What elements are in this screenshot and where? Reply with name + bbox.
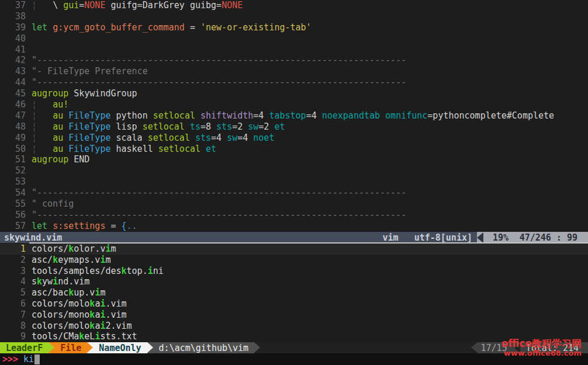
- leaderf-category-segment: File: [54, 342, 87, 353]
- chevron-left-icon: [477, 232, 483, 243]
- line-number: 57: [0, 221, 26, 232]
- file-name: tools/CMakeLists.txt: [32, 331, 137, 342]
- file-row[interactable]: 2asc/keymaps.vim: [0, 255, 588, 266]
- file-name: asc/keymaps.vim: [32, 255, 110, 266]
- line-number: 39: [0, 22, 26, 33]
- cursorline-strip: [29, 242, 588, 244]
- file-name: tools/samples/desktop.ini: [32, 266, 164, 277]
- leaderf-matchmode-segment: NameOnly: [93, 342, 147, 353]
- result-number: 9: [0, 331, 26, 342]
- powerline-arrow-icon: [147, 342, 153, 353]
- code-text: augroup END: [32, 154, 89, 165]
- code-line[interactable]: 49¦ au FileType scala setlocal sts=4 sw=…: [0, 133, 588, 144]
- watermark-title: office教程学习网: [501, 338, 582, 350]
- line-number: 53: [0, 176, 26, 187]
- search-query[interactable]: ki: [23, 354, 34, 364]
- line-number: 42: [0, 55, 26, 66]
- watermark-url: www.office68.com: [501, 349, 582, 358]
- leaderf-label: LeaderF: [6, 343, 43, 353]
- file-row[interactable]: 4skywind.vim: [0, 276, 588, 287]
- code-line[interactable]: 46¦ au!: [0, 99, 588, 110]
- line-number: 48: [0, 121, 26, 133]
- code-line[interactable]: 37¦ \ gui=NONE guifg=DarkGrey guibg=NONE: [0, 0, 588, 11]
- scroll-percent: 19%: [493, 232, 509, 243]
- code-line[interactable]: 51augroup END: [0, 154, 588, 165]
- file-row[interactable]: 9tools/CMakeLists.txt: [0, 331, 588, 342]
- line-number: 38: [0, 11, 26, 22]
- code-line[interactable]: 48¦ au FileType lisp setlocal ts=8 sts=2…: [0, 121, 588, 133]
- code-line[interactable]: 54"-------------------------------------…: [0, 187, 588, 199]
- line-number: 50: [0, 144, 26, 155]
- code-text: " config: [32, 199, 74, 210]
- statusline-ruler: 19% 47/246 : 99: [477, 232, 588, 243]
- file-name: colors/molokai.vim: [32, 298, 127, 310]
- result-number: 5: [0, 287, 26, 298]
- line-number: 55: [0, 199, 26, 210]
- file-name: skywind.vim: [32, 276, 89, 287]
- code-line[interactable]: 45augroup SkywindGroup: [0, 88, 588, 99]
- file-row[interactable]: 3tools/samples/desktop.ini: [0, 266, 588, 277]
- code-text: ¦ au FileType python setlocal shiftwidth…: [32, 110, 554, 121]
- file-row[interactable]: 1colors/kolor.vim: [0, 244, 588, 255]
- code-text: "---------------------------------------…: [32, 210, 406, 221]
- result-number: 1: [0, 244, 26, 255]
- powerline-arrow-icon: [254, 342, 260, 353]
- code-line[interactable]: 47¦ au FileType python setlocal shiftwid…: [0, 110, 588, 121]
- code-line[interactable]: 52: [0, 165, 588, 176]
- code-text: augroup SkywindGroup: [32, 88, 137, 99]
- code-text: "- FileType Preference: [32, 66, 148, 77]
- line-number: 43: [0, 66, 26, 77]
- code-line[interactable]: 40: [0, 33, 588, 44]
- code-line[interactable]: 57let s:settings = {..: [0, 221, 588, 232]
- code-text: "---------------------------------------…: [32, 77, 406, 88]
- code-line[interactable]: 39let g:ycm_goto_buffer_command = 'new-o…: [0, 22, 588, 33]
- file-row[interactable]: 5asc/backup.vim: [0, 287, 588, 298]
- code-line[interactable]: 38: [0, 11, 588, 22]
- code-line[interactable]: 53: [0, 176, 588, 187]
- leaderf-mode-segment: LeaderF: [0, 342, 49, 353]
- code-text: ¦ au!: [32, 99, 68, 110]
- code-line[interactable]: 43"- FileType Preference: [0, 66, 588, 77]
- line-number: 54: [0, 187, 26, 199]
- leaderf-input-line[interactable]: >>> ki: [0, 353, 588, 365]
- code-text: ¦ au FileType haskell setlocal et: [32, 144, 216, 155]
- text-cursor: [34, 354, 40, 364]
- result-number: 3: [0, 266, 26, 277]
- vim-statusline: skywind.vim vim utf-8[unix] 19% 47/246 :…: [0, 232, 588, 243]
- line-number: 46: [0, 99, 26, 110]
- statusline-encoding: utf-8[unix]: [414, 232, 472, 243]
- code-line[interactable]: 55" config: [0, 199, 588, 210]
- code-line[interactable]: 50¦ au FileType haskell setlocal et: [0, 144, 588, 155]
- code-text: "---------------------------------------…: [32, 187, 406, 199]
- result-number: 8: [0, 321, 26, 332]
- code-text: ¦ au FileType lisp setlocal ts=8 sts=2 s…: [32, 121, 285, 133]
- file-row[interactable]: 6colors/molokai.vim: [0, 298, 588, 310]
- code-area[interactable]: 37¦ \ gui=NONE guifg=DarkGrey guibg=NONE…: [0, 0, 588, 232]
- code-line[interactable]: 44"-------------------------------------…: [0, 77, 588, 88]
- file-name: colors/monokai.vim: [32, 310, 127, 321]
- file-name: colors/kolor.vim: [32, 244, 116, 255]
- result-number: 4: [0, 276, 26, 287]
- code-text: "---------------------------------------…: [32, 55, 406, 66]
- code-text: ¦ \ gui=NONE guifg=DarkGrey guibg=NONE: [32, 0, 243, 11]
- watermark: office教程学习网 www.office68.com: [501, 338, 582, 358]
- leaderf-cwd-label: d:\acm\github\vim: [159, 343, 249, 353]
- code-text: ¦ au FileType scala setlocal sts=4 sw=4 …: [32, 133, 274, 144]
- result-number: 2: [0, 255, 26, 266]
- cursor-position: 47/246 : 99: [520, 232, 577, 243]
- file-row[interactable]: 7colors/monokai.vim: [0, 310, 588, 321]
- leaderf-file-list: 1colors/kolor.vim2asc/keymaps.vim3tools/…: [0, 244, 588, 342]
- leaderf-cwd-segment: d:\acm\github\vim: [153, 342, 255, 353]
- line-number: 56: [0, 210, 26, 221]
- line-number: 45: [0, 88, 26, 99]
- code-line[interactable]: 56"-------------------------------------…: [0, 210, 588, 221]
- statusline-filetype: vim: [383, 232, 399, 243]
- chevron-left-icon: [471, 342, 478, 353]
- file-row[interactable]: 8colors/molokai2.vim: [0, 321, 588, 332]
- line-number: 41: [0, 44, 26, 55]
- code-line[interactable]: 41: [0, 44, 588, 55]
- code-line[interactable]: 42"-------------------------------------…: [0, 55, 588, 66]
- prompt-icon: >>>: [2, 354, 18, 364]
- file-name: colors/molokai2.vim: [32, 321, 132, 332]
- code-text: let g:ycm_goto_buffer_command = 'new-or-…: [32, 22, 312, 33]
